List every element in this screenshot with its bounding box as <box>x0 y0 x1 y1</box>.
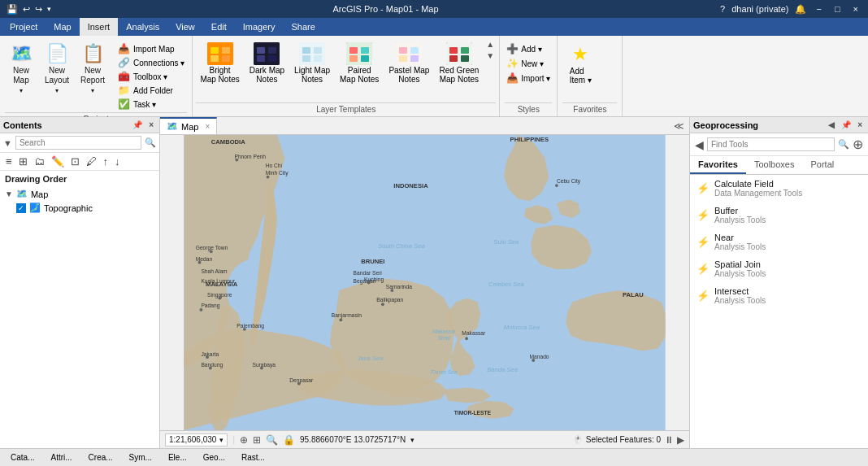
svg-point-82 <box>339 318 342 321</box>
menu-tab-project[interactable]: Project <box>2 18 46 36</box>
paint-icon[interactable]: 🖊 <box>84 155 99 168</box>
table-view-icon[interactable]: ⊞ <box>16 155 30 168</box>
move-down-icon[interactable]: ↓ <box>112 155 123 168</box>
play-icon[interactable]: ▶ <box>677 434 684 446</box>
geo-close-icon[interactable]: × <box>855 120 865 130</box>
menu-tab-imagery[interactable]: Imagery <box>235 18 284 36</box>
tab-bar-collapse-icon[interactable]: ≪ <box>669 117 689 134</box>
grid-view-icon[interactable]: ⊡ <box>68 155 82 168</box>
bottom-tab-geoprocessing[interactable]: Geo... <box>196 451 232 464</box>
pastel-map-notes-button[interactable]: Pastel MapNotes <box>384 41 433 85</box>
fit-page-icon[interactable]: ⊕ <box>240 434 248 446</box>
geo-tab-toolboxes[interactable]: Toolboxes <box>746 156 803 174</box>
bottom-tab-create[interactable]: Crea... <box>81 451 120 464</box>
geo-item-calculate-field[interactable]: ⚡ Calculate Field Data Management Tools <box>690 175 868 202</box>
pause-icon[interactable]: ⏸ <box>664 434 674 446</box>
add-folder-button[interactable]: 📁Add Folder <box>115 84 187 97</box>
toolbox-button[interactable]: 🧰Toolbox ▾ <box>115 70 187 83</box>
menu-tab-edit[interactable]: Edit <box>203 18 235 36</box>
svg-rect-26 <box>449 47 458 54</box>
bottom-tab-symbology[interactable]: Sym... <box>122 451 159 464</box>
svg-text:Celebes Sea: Celebes Sea <box>488 281 524 288</box>
map-view-tab[interactable]: 🗺️ Map × <box>160 117 217 134</box>
bottom-tab-attributes[interactable]: Attri... <box>43 451 79 464</box>
new-layout-button[interactable]: 📄 NewLayout ▾ <box>41 41 73 98</box>
geo-tab-portal[interactable]: Portal <box>802 156 842 174</box>
svg-rect-4 <box>222 55 230 62</box>
red-green-map-notes-button[interactable]: Red GreenMap Notes <box>435 41 483 85</box>
map-tab-icon: 🗺️ <box>167 121 178 132</box>
contents-search-input[interactable] <box>15 136 141 150</box>
tree-item-topographic[interactable]: ✓ 🗾 Topographic <box>0 201 159 215</box>
undo-icon[interactable]: ↩ <box>23 4 30 15</box>
maximize-button[interactable]: □ <box>831 4 844 14</box>
help-button[interactable]: ? <box>720 4 725 14</box>
menu-tab-share[interactable]: Share <box>284 18 323 36</box>
new-style-button[interactable]: ✨New ▾ <box>505 57 552 70</box>
geo-item-buffer[interactable]: ⚡ Buffer Analysis Tools <box>690 202 868 229</box>
import-style-button[interactable]: 📥Import ▾ <box>505 72 552 85</box>
svg-text:Cebu City: Cebu City <box>557 178 581 185</box>
coords-dropdown-icon[interactable]: ▾ <box>410 436 414 444</box>
geo-back-icon[interactable]: ◀ <box>826 120 837 130</box>
quick-save-icon[interactable]: 💾 <box>7 4 18 15</box>
menu-tab-map[interactable]: Map <box>46 18 79 36</box>
contents-pin-icon[interactable]: 📌 <box>130 120 145 130</box>
geo-search-input[interactable] <box>707 137 835 151</box>
add-item-button[interactable]: ★ AddItem ▾ <box>562 41 598 88</box>
bottom-tab-elements[interactable]: Ele... <box>161 451 194 464</box>
map-view[interactable]: Celebes Sea South China Sea Sulu Sea Jav… <box>160 135 689 430</box>
svg-rect-7 <box>268 47 276 54</box>
folder-view-icon[interactable]: 🗂 <box>32 155 47 168</box>
notification-icon[interactable]: 🔔 <box>795 4 806 15</box>
bottom-tab-raster[interactable]: Rast... <box>234 451 272 464</box>
task-button[interactable]: ✅Task ▾ <box>115 98 187 111</box>
dark-map-notes-button[interactable]: Dark MapNotes <box>245 41 289 85</box>
menu-tab-insert[interactable]: Insert <box>80 18 119 36</box>
topographic-icon: 🗾 <box>29 203 41 213</box>
menu-tab-analysis[interactable]: Analysis <box>118 18 167 36</box>
svg-text:Banjarmasin: Banjarmasin <box>332 312 362 319</box>
geo-add-icon[interactable]: ⊕ <box>853 137 863 152</box>
edit-tool-icon[interactable]: ✏️ <box>49 155 67 168</box>
bottom-tab-catalog[interactable]: Cata... <box>3 451 41 464</box>
search-icon[interactable]: 🔍 <box>145 137 156 148</box>
geo-item-intersect[interactable]: ⚡ Intersect Analysis Tools <box>690 282 868 309</box>
connections-button[interactable]: 🔗Connections ▾ <box>115 56 187 69</box>
geo-nav-back[interactable]: ◀ <box>695 138 704 151</box>
map-tab-close-icon[interactable]: × <box>205 122 210 131</box>
new-report-button[interactable]: 📋 NewReport ▾ <box>76 41 109 98</box>
ribbon-group-styles: ➕Add ▾ ✨New ▾ 📥Import ▾ Styles <box>500 36 558 116</box>
list-view-icon[interactable]: ≡ <box>3 155 15 168</box>
svg-rect-8 <box>257 55 265 62</box>
geo-tab-favorites[interactable]: Favorites <box>690 156 746 174</box>
zoom-icon[interactable]: 🔍 <box>266 434 278 446</box>
move-up-icon[interactable]: ↑ <box>101 155 111 168</box>
bright-map-notes-button[interactable]: BrightMap Notes <box>196 41 243 85</box>
scroll-up-icon[interactable]: ▲ <box>486 41 494 49</box>
scroll-down-icon[interactable]: ▼ <box>486 52 494 60</box>
geo-item-spatial-join[interactable]: ⚡ Spatial Join Analysis Tools <box>690 255 868 282</box>
tree-item-map[interactable]: ▼ 🗺️ Map <box>0 187 159 201</box>
light-map-notes-button[interactable]: Light MapNotes <box>290 41 334 85</box>
scale-display[interactable]: 1:21,606,030 ▾ <box>165 433 228 446</box>
scale-dropdown-icon[interactable]: ▾ <box>219 436 224 444</box>
topographic-checkbox[interactable]: ✓ <box>16 203 26 213</box>
new-map-button[interactable]: 🗺️ NewMap ▾ <box>5 41 37 98</box>
minimize-button[interactable]: − <box>813 4 824 14</box>
menu-tab-view[interactable]: View <box>167 18 203 36</box>
paired-map-notes-button[interactable]: PairedMap Notes <box>336 41 383 85</box>
close-button[interactable]: × <box>850 4 861 14</box>
geo-item-near[interactable]: ⚡ Near Analysis Tools <box>690 229 868 255</box>
geo-pin-icon[interactable]: 📌 <box>839 120 853 130</box>
svg-text:TIMOR-LESTE: TIMOR-LESTE <box>454 410 492 416</box>
geo-search-icon[interactable]: 🔍 <box>838 139 849 150</box>
grid-icon[interactable]: ⊞ <box>253 434 261 446</box>
contents-close-icon[interactable]: × <box>146 120 156 130</box>
add-style-button[interactable]: ➕Add ▾ <box>505 42 552 55</box>
geoprocessing-header: Geoprocessing ◀ 📌 × <box>690 117 868 133</box>
lock-icon[interactable]: 🔒 <box>283 434 295 446</box>
redo-icon[interactable]: ↪ <box>35 4 42 15</box>
import-map-button[interactable]: 📥Import Map <box>115 42 187 55</box>
ribbon-group-project: 🗺️ NewMap ▾ 📄 NewLayout ▾ 📋 NewReport ▾ <box>0 36 193 116</box>
